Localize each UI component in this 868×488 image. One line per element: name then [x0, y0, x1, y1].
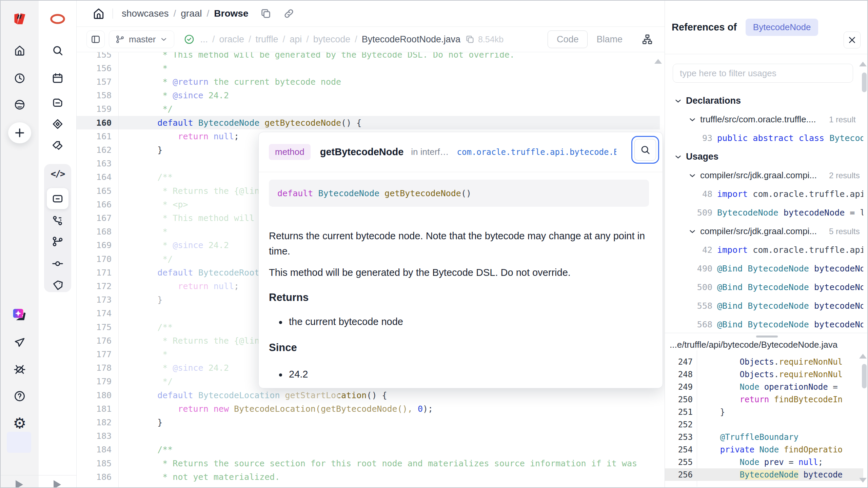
line-number[interactable]: 161	[77, 131, 112, 141]
line-number[interactable]: 186	[77, 472, 112, 482]
code-line[interactable]: 183	[77, 429, 660, 443]
org-logo[interactable]	[47, 9, 68, 28]
line-number[interactable]: 168	[77, 227, 112, 237]
sidebar-item-pull-requests[interactable]	[47, 211, 68, 230]
preview-scroll-down[interactable]	[859, 478, 867, 483]
tree-section[interactable]: Usages	[665, 147, 863, 166]
line-number[interactable]: 158	[77, 90, 112, 100]
editor-scroll-up[interactable]	[654, 59, 662, 64]
preview-scroll-up[interactable]	[859, 354, 867, 359]
preview-code-line[interactable]: 251 }	[665, 406, 863, 418]
preview-code-line[interactable]: 247 Objects.requireNonNul	[665, 355, 863, 368]
tree-section[interactable]: Declarations	[665, 92, 863, 110]
sidebar-item-branches[interactable]	[47, 232, 68, 251]
line-number[interactable]: 183	[77, 431, 112, 441]
sidebar-item-explore[interactable]	[9, 95, 31, 114]
tree-file[interactable]: compiler/src/jdk.graal.compi...5 results	[665, 222, 863, 241]
sidebar-item-bug-report[interactable]	[9, 360, 31, 379]
panel-splitter[interactable]	[665, 333, 868, 340]
tree-result[interactable]: 48import com.oracle.truffle.api.	[665, 185, 863, 203]
line-number[interactable]: 178	[77, 363, 112, 373]
code-line[interactable]: 155 * This method will be generated by t…	[77, 52, 660, 61]
tree-result[interactable]: 42import com.oracle.truffle.api.	[665, 241, 863, 259]
preview-code-line[interactable]: 252	[665, 418, 863, 431]
line-number[interactable]: 170	[77, 254, 112, 264]
code-line[interactable]: 157 * @return the current bytecode node	[77, 75, 660, 88]
close-panel-button[interactable]	[844, 32, 861, 48]
sidebar-item-commits[interactable]	[47, 254, 68, 273]
path-crumb[interactable]: api	[290, 34, 302, 45]
line-number[interactable]: 155	[77, 52, 112, 60]
sidebar-item-documents[interactable]	[47, 93, 68, 112]
tree-result[interactable]: 490@Bind BytecodeNode bytecodeNo	[665, 259, 863, 278]
filter-usages-input[interactable]	[673, 64, 853, 83]
tree-file[interactable]: truffle/src/com.oracle.truffle....1 resu…	[665, 110, 863, 129]
symbol-qualified-link[interactable]: com.oracle.truffle.api.bytecode.Bytecode…	[457, 147, 616, 157]
tree-result[interactable]: 568@Bind BytecodeNode bytecodeNo	[665, 315, 863, 334]
line-number[interactable]: 167	[77, 213, 112, 223]
line-number[interactable]: 172	[77, 281, 112, 291]
pipeline-status-icon[interactable]	[184, 34, 195, 45]
line-number[interactable]: 165	[77, 186, 112, 196]
line-number[interactable]: 169	[77, 240, 112, 250]
breadcrumb-item[interactable]: graal	[181, 8, 202, 19]
tree-result[interactable]: 509BytecodeNode bytecodeNode = l	[665, 203, 863, 222]
structure-view-button[interactable]	[642, 34, 653, 45]
sidebar-item-ai-assistant[interactable]	[9, 305, 31, 324]
line-number[interactable]: 164	[77, 172, 112, 182]
preview-code-line[interactable]: 253 @TruffleBoundary	[665, 431, 863, 443]
preview-file-path[interactable]: ...e/truffle/api/bytecode/BytecodeNode.j…	[670, 340, 837, 350]
find-usages-button[interactable]	[634, 139, 656, 161]
refs-scrollbar-thumb[interactable]	[862, 73, 867, 92]
line-number[interactable]: 181	[77, 404, 112, 414]
collapse-secondary-sidebar-button[interactable]	[54, 480, 61, 488]
chevron-down-icon[interactable]	[688, 227, 697, 236]
line-number[interactable]: 177	[77, 349, 112, 359]
app-logo[interactable]	[9, 9, 31, 28]
branch-selector[interactable]: master	[109, 30, 174, 48]
sidebar-item-calendar[interactable]	[47, 69, 68, 88]
chevron-down-icon[interactable]	[688, 115, 697, 124]
code-line[interactable]: 186 * not yet materialized.	[77, 470, 660, 484]
create-new-button[interactable]	[8, 122, 31, 143]
path-crumb[interactable]: ...	[200, 34, 208, 45]
code-line[interactable]: 159 */	[77, 102, 660, 116]
sidebar-item-feedback[interactable]	[9, 333, 31, 352]
line-number[interactable]: 159	[77, 104, 112, 114]
preview-code-line[interactable]: 256 BytecodeNode bytecode	[665, 468, 863, 481]
preview-code-line[interactable]: 254 private Node findOperatio	[665, 443, 863, 456]
line-number[interactable]: 176	[77, 336, 112, 346]
code-line[interactable]: 180 default BytecodeLocation getStartLoc…	[77, 388, 660, 402]
code-line[interactable]: 185 * Returns the source section for thi…	[77, 456, 660, 470]
code-line[interactable]: 182 }	[77, 415, 660, 429]
line-number[interactable]: 187	[77, 486, 112, 487]
copy-file-path-button[interactable]	[465, 35, 475, 44]
blame-tab-button[interactable]: Blame	[588, 34, 631, 45]
sidebar-item-repository-browse[interactable]	[47, 189, 68, 208]
preview-scrollbar-thumb[interactable]	[862, 364, 867, 388]
sidebar-item-tags[interactable]	[47, 276, 68, 295]
sidebar-item-history[interactable]	[9, 69, 31, 88]
tree-result[interactable]: 558@Bind BytecodeNode bytecodeNo	[665, 297, 863, 315]
home-button[interactable]	[92, 7, 105, 20]
path-crumb[interactable]: truffle	[256, 34, 278, 45]
sidebar-item-search[interactable]	[47, 41, 68, 60]
sidebar-item-code[interactable]: </>	[47, 164, 68, 183]
line-number[interactable]: 162	[77, 145, 112, 155]
tree-file[interactable]: compiler/src/jdk.graal.compi...2 results	[665, 166, 863, 185]
code-line[interactable]: 181 return new BytecodeLocation(getBytec…	[77, 402, 660, 415]
tree-result[interactable]: 93public abstract class Bytecode	[665, 129, 863, 147]
line-number[interactable]: 180	[77, 390, 112, 400]
code-line[interactable]: 184 /**	[77, 443, 660, 456]
preview-code-line[interactable]: 250 return findBytecodeIn	[665, 393, 863, 406]
line-number[interactable]: 156	[77, 63, 112, 73]
copy-path-button[interactable]	[260, 8, 272, 19]
sidebar-item-settings[interactable]: ⚙	[9, 414, 31, 433]
collapse-primary-sidebar-button[interactable]	[16, 480, 23, 488]
symbol-chip[interactable]: BytecodeNode	[746, 19, 818, 36]
line-number[interactable]: 173	[77, 295, 112, 305]
toggle-file-tree-button[interactable]	[86, 30, 105, 48]
chevron-down-icon[interactable]	[674, 152, 683, 161]
code-line[interactable]: 156 *	[77, 61, 660, 75]
code-line[interactable]: 160 default BytecodeNode getBytecodeNode…	[77, 116, 660, 129]
